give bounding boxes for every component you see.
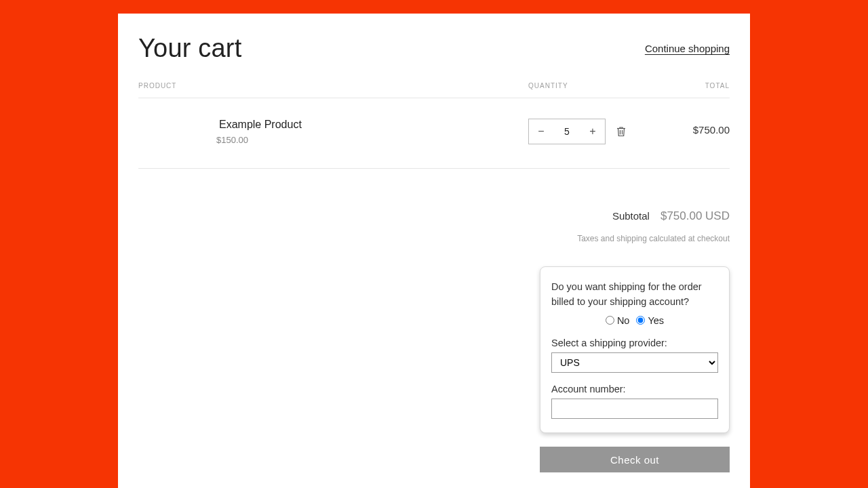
subtotal-value: $750.00 USD (660, 209, 730, 223)
item-name: Example Product (219, 119, 528, 131)
decrease-quantity-button[interactable]: − (529, 119, 553, 144)
checkout-button[interactable]: Check out (540, 447, 730, 472)
tax-shipping-note: Taxes and shipping calculated at checkou… (138, 234, 730, 243)
cart-header: Your cart Continue shopping (138, 34, 730, 63)
shipping-yes-option[interactable]: Yes (636, 315, 664, 326)
continue-shopping-link[interactable]: Continue shopping (645, 43, 730, 54)
column-quantity: QUANTITY (528, 82, 637, 89)
shipping-yes-radio[interactable] (636, 316, 645, 325)
subtotal-label: Subtotal (612, 210, 650, 222)
increase-quantity-button[interactable]: + (580, 119, 605, 144)
shipping-no-radio[interactable] (606, 316, 614, 325)
quantity-stepper: − 5 + (528, 119, 606, 144)
shipping-account-card: Do you want shipping for the order bille… (540, 266, 730, 433)
shipping-yes-label: Yes (648, 315, 664, 326)
page-title: Your cart (138, 34, 241, 63)
cart-line-item: Example Product $150.00 − 5 + $750.00 (138, 98, 730, 169)
item-info: Example Product $150.00 (138, 119, 528, 145)
account-number-label: Account number: (551, 384, 718, 394)
column-product: PRODUCT (138, 82, 528, 89)
subtotal-row: Subtotal $750.00 USD (138, 209, 730, 223)
shipping-provider-select[interactable]: UPS (551, 352, 718, 373)
shipping-no-label: No (617, 315, 630, 326)
item-quantity-controls: − 5 + (528, 119, 637, 144)
item-unit-price: $150.00 (216, 135, 528, 145)
cart-page: Your cart Continue shopping PRODUCT QUAN… (118, 14, 750, 488)
cart-column-headers: PRODUCT QUANTITY TOTAL (138, 82, 730, 98)
account-number-input[interactable] (551, 399, 718, 419)
shipping-question: Do you want shipping for the order bille… (551, 279, 718, 310)
shipping-provider-label: Select a shipping provider: (551, 338, 718, 348)
quantity-value: 5 (553, 126, 580, 137)
shipping-no-option[interactable]: No (606, 315, 630, 326)
trash-icon[interactable] (616, 126, 626, 137)
column-total: TOTAL (637, 82, 730, 89)
item-line-total: $750.00 (637, 119, 730, 136)
shipping-radio-group: No Yes (551, 315, 718, 327)
